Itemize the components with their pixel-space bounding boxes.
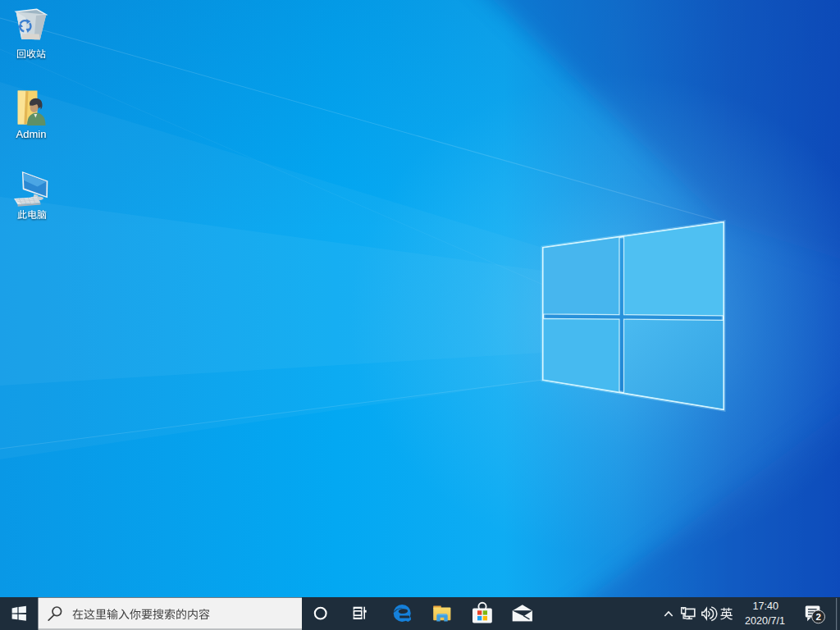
svg-text:2: 2 [815,612,820,622]
svg-text:Admin: Admin [16,128,47,140]
svg-text:17:40: 17:40 [753,600,779,612]
svg-text:2020/7/1: 2020/7/1 [745,615,785,627]
